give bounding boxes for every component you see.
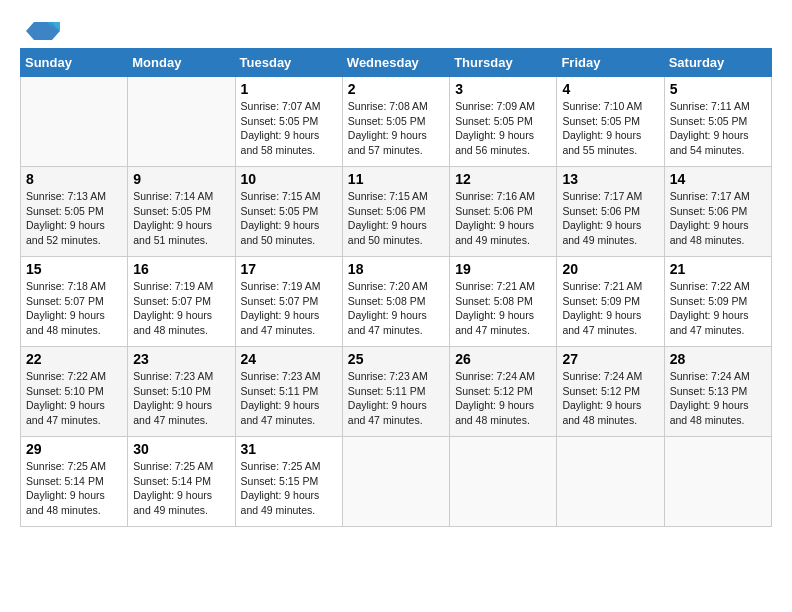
day-number: 23 xyxy=(133,351,229,367)
day-info: Sunrise: 7:23 AMSunset: 5:11 PMDaylight:… xyxy=(348,369,444,428)
calendar-cell: 15Sunrise: 7:18 AMSunset: 5:07 PMDayligh… xyxy=(21,257,128,347)
page-header xyxy=(20,20,772,38)
day-info: Sunrise: 7:10 AMSunset: 5:05 PMDaylight:… xyxy=(562,99,658,158)
weekday-header-tuesday: Tuesday xyxy=(235,49,342,77)
calendar-cell: 16Sunrise: 7:19 AMSunset: 5:07 PMDayligh… xyxy=(128,257,235,347)
logo-icon xyxy=(24,20,60,42)
day-info: Sunrise: 7:25 AMSunset: 5:15 PMDaylight:… xyxy=(241,459,337,518)
day-info: Sunrise: 7:24 AMSunset: 5:12 PMDaylight:… xyxy=(562,369,658,428)
calendar-cell: 31Sunrise: 7:25 AMSunset: 5:15 PMDayligh… xyxy=(235,437,342,527)
calendar-cell: 27Sunrise: 7:24 AMSunset: 5:12 PMDayligh… xyxy=(557,347,664,437)
day-info: Sunrise: 7:13 AMSunset: 5:05 PMDaylight:… xyxy=(26,189,122,248)
calendar-cell xyxy=(557,437,664,527)
calendar-cell: 17Sunrise: 7:19 AMSunset: 5:07 PMDayligh… xyxy=(235,257,342,347)
day-number: 25 xyxy=(348,351,444,367)
day-number: 10 xyxy=(241,171,337,187)
day-number: 29 xyxy=(26,441,122,457)
calendar-cell: 8Sunrise: 7:13 AMSunset: 5:05 PMDaylight… xyxy=(21,167,128,257)
calendar-cell: 24Sunrise: 7:23 AMSunset: 5:11 PMDayligh… xyxy=(235,347,342,437)
calendar-cell: 22Sunrise: 7:22 AMSunset: 5:10 PMDayligh… xyxy=(21,347,128,437)
calendar-cell: 20Sunrise: 7:21 AMSunset: 5:09 PMDayligh… xyxy=(557,257,664,347)
calendar-cell: 3Sunrise: 7:09 AMSunset: 5:05 PMDaylight… xyxy=(450,77,557,167)
day-number: 12 xyxy=(455,171,551,187)
day-number: 17 xyxy=(241,261,337,277)
day-number: 28 xyxy=(670,351,766,367)
weekday-header-friday: Friday xyxy=(557,49,664,77)
calendar-cell xyxy=(342,437,449,527)
calendar-cell xyxy=(450,437,557,527)
calendar-cell: 11Sunrise: 7:15 AMSunset: 5:06 PMDayligh… xyxy=(342,167,449,257)
day-number: 26 xyxy=(455,351,551,367)
day-number: 4 xyxy=(562,81,658,97)
weekday-header-thursday: Thursday xyxy=(450,49,557,77)
day-info: Sunrise: 7:17 AMSunset: 5:06 PMDaylight:… xyxy=(562,189,658,248)
calendar-week-row: 8Sunrise: 7:13 AMSunset: 5:05 PMDaylight… xyxy=(21,167,772,257)
day-info: Sunrise: 7:24 AMSunset: 5:12 PMDaylight:… xyxy=(455,369,551,428)
calendar-table: SundayMondayTuesdayWednesdayThursdayFrid… xyxy=(20,48,772,527)
day-info: Sunrise: 7:11 AMSunset: 5:05 PMDaylight:… xyxy=(670,99,766,158)
day-number: 20 xyxy=(562,261,658,277)
day-number: 14 xyxy=(670,171,766,187)
calendar-cell: 19Sunrise: 7:21 AMSunset: 5:08 PMDayligh… xyxy=(450,257,557,347)
day-info: Sunrise: 7:20 AMSunset: 5:08 PMDaylight:… xyxy=(348,279,444,338)
day-info: Sunrise: 7:08 AMSunset: 5:05 PMDaylight:… xyxy=(348,99,444,158)
day-number: 31 xyxy=(241,441,337,457)
day-number: 11 xyxy=(348,171,444,187)
calendar-week-row: 29Sunrise: 7:25 AMSunset: 5:14 PMDayligh… xyxy=(21,437,772,527)
calendar-cell: 26Sunrise: 7:24 AMSunset: 5:12 PMDayligh… xyxy=(450,347,557,437)
calendar-cell: 2Sunrise: 7:08 AMSunset: 5:05 PMDaylight… xyxy=(342,77,449,167)
calendar-cell: 28Sunrise: 7:24 AMSunset: 5:13 PMDayligh… xyxy=(664,347,771,437)
calendar-cell xyxy=(128,77,235,167)
day-number: 22 xyxy=(26,351,122,367)
logo xyxy=(20,20,60,38)
day-info: Sunrise: 7:19 AMSunset: 5:07 PMDaylight:… xyxy=(241,279,337,338)
day-info: Sunrise: 7:18 AMSunset: 5:07 PMDaylight:… xyxy=(26,279,122,338)
calendar-cell: 13Sunrise: 7:17 AMSunset: 5:06 PMDayligh… xyxy=(557,167,664,257)
day-number: 18 xyxy=(348,261,444,277)
calendar-week-row: 15Sunrise: 7:18 AMSunset: 5:07 PMDayligh… xyxy=(21,257,772,347)
day-info: Sunrise: 7:17 AMSunset: 5:06 PMDaylight:… xyxy=(670,189,766,248)
calendar-cell: 4Sunrise: 7:10 AMSunset: 5:05 PMDaylight… xyxy=(557,77,664,167)
day-info: Sunrise: 7:23 AMSunset: 5:10 PMDaylight:… xyxy=(133,369,229,428)
calendar-cell xyxy=(664,437,771,527)
weekday-header-sunday: Sunday xyxy=(21,49,128,77)
day-number: 1 xyxy=(241,81,337,97)
day-number: 13 xyxy=(562,171,658,187)
weekday-header-wednesday: Wednesday xyxy=(342,49,449,77)
calendar-cell: 25Sunrise: 7:23 AMSunset: 5:11 PMDayligh… xyxy=(342,347,449,437)
day-info: Sunrise: 7:21 AMSunset: 5:09 PMDaylight:… xyxy=(562,279,658,338)
calendar-cell xyxy=(21,77,128,167)
weekday-header-monday: Monday xyxy=(128,49,235,77)
day-info: Sunrise: 7:07 AMSunset: 5:05 PMDaylight:… xyxy=(241,99,337,158)
day-number: 3 xyxy=(455,81,551,97)
weekday-header-saturday: Saturday xyxy=(664,49,771,77)
weekday-header-row: SundayMondayTuesdayWednesdayThursdayFrid… xyxy=(21,49,772,77)
day-info: Sunrise: 7:22 AMSunset: 5:10 PMDaylight:… xyxy=(26,369,122,428)
day-info: Sunrise: 7:25 AMSunset: 5:14 PMDaylight:… xyxy=(133,459,229,518)
calendar-cell: 10Sunrise: 7:15 AMSunset: 5:05 PMDayligh… xyxy=(235,167,342,257)
calendar-cell: 5Sunrise: 7:11 AMSunset: 5:05 PMDaylight… xyxy=(664,77,771,167)
day-number: 8 xyxy=(26,171,122,187)
calendar-cell: 23Sunrise: 7:23 AMSunset: 5:10 PMDayligh… xyxy=(128,347,235,437)
day-number: 15 xyxy=(26,261,122,277)
day-info: Sunrise: 7:09 AMSunset: 5:05 PMDaylight:… xyxy=(455,99,551,158)
calendar-cell: 9Sunrise: 7:14 AMSunset: 5:05 PMDaylight… xyxy=(128,167,235,257)
day-info: Sunrise: 7:16 AMSunset: 5:06 PMDaylight:… xyxy=(455,189,551,248)
calendar-cell: 1Sunrise: 7:07 AMSunset: 5:05 PMDaylight… xyxy=(235,77,342,167)
calendar-cell: 14Sunrise: 7:17 AMSunset: 5:06 PMDayligh… xyxy=(664,167,771,257)
day-number: 9 xyxy=(133,171,229,187)
day-info: Sunrise: 7:23 AMSunset: 5:11 PMDaylight:… xyxy=(241,369,337,428)
day-number: 19 xyxy=(455,261,551,277)
calendar-cell: 30Sunrise: 7:25 AMSunset: 5:14 PMDayligh… xyxy=(128,437,235,527)
day-info: Sunrise: 7:19 AMSunset: 5:07 PMDaylight:… xyxy=(133,279,229,338)
day-info: Sunrise: 7:14 AMSunset: 5:05 PMDaylight:… xyxy=(133,189,229,248)
day-info: Sunrise: 7:22 AMSunset: 5:09 PMDaylight:… xyxy=(670,279,766,338)
day-info: Sunrise: 7:24 AMSunset: 5:13 PMDaylight:… xyxy=(670,369,766,428)
calendar-cell: 18Sunrise: 7:20 AMSunset: 5:08 PMDayligh… xyxy=(342,257,449,347)
calendar-cell: 29Sunrise: 7:25 AMSunset: 5:14 PMDayligh… xyxy=(21,437,128,527)
day-info: Sunrise: 7:25 AMSunset: 5:14 PMDaylight:… xyxy=(26,459,122,518)
calendar-cell: 12Sunrise: 7:16 AMSunset: 5:06 PMDayligh… xyxy=(450,167,557,257)
day-number: 21 xyxy=(670,261,766,277)
day-number: 24 xyxy=(241,351,337,367)
day-number: 2 xyxy=(348,81,444,97)
